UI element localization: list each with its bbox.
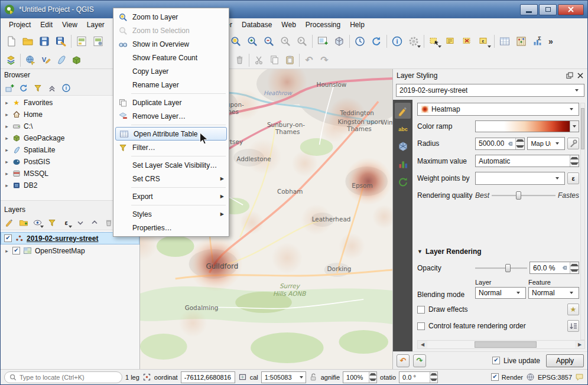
menu-project[interactable]: Project	[4, 19, 35, 31]
maximum-value-spinbox[interactable]: Automatic	[475, 155, 579, 167]
menu-item-open-attribute-table[interactable]: Open Attribute Table	[115, 127, 227, 141]
horizontal-scrollbar[interactable]: ◀ ▶	[417, 340, 585, 349]
expander-icon[interactable]: ▸	[4, 100, 9, 106]
clear-value-icon[interactable]	[506, 141, 514, 147]
browser-filter-button[interactable]	[31, 81, 44, 94]
menu-item-set-crs[interactable]: Set CRS ▶	[115, 172, 228, 185]
menu-help[interactable]: Help	[345, 19, 369, 31]
blend-layer-select[interactable]: Normal	[475, 287, 526, 299]
identify-features-button[interactable]: i	[389, 33, 405, 50]
manage-map-themes-button[interactable]	[31, 216, 44, 229]
new-spatialite-layer-button[interactable]	[53, 53, 69, 68]
locator-search[interactable]	[4, 371, 122, 383]
scrollbar-thumb[interactable]	[475, 341, 537, 348]
apply-button[interactable]: Apply	[546, 354, 584, 367]
control-rendering-order-checkbox[interactable]: ✔	[417, 322, 425, 330]
tab-3d-view[interactable]	[395, 138, 411, 154]
scroll-left-button[interactable]: ◀	[418, 341, 427, 348]
zoom-full-button[interactable]	[228, 33, 244, 50]
open-attribute-table-button[interactable]	[496, 33, 513, 50]
scrollbar-track[interactable]	[427, 341, 575, 348]
menu-item-filter[interactable]: Filter…	[115, 141, 228, 154]
quality-slider[interactable]	[492, 190, 555, 201]
deselect-features-button[interactable]	[459, 33, 476, 50]
vertical-scrollbar[interactable]	[580, 103, 585, 340]
extent-toggle-icon[interactable]	[238, 373, 247, 381]
layer-visibility-checkbox[interactable]: ✔	[4, 234, 12, 242]
expand-all-button[interactable]	[74, 216, 87, 229]
field-calculator-button[interactable]	[513, 33, 529, 50]
new-project-button[interactable]	[3, 33, 20, 50]
locator-input[interactable]	[20, 374, 117, 381]
draw-effects-checkbox[interactable]: ✔	[417, 306, 425, 314]
radius-spinbox[interactable]: 5000.00	[475, 138, 525, 150]
refresh-map-button[interactable]	[368, 33, 385, 50]
new-map-view-button[interactable]	[314, 33, 331, 50]
customize-effects-button[interactable]: ★	[567, 304, 579, 315]
layer-row-openstreetmap[interactable]: ▸ ✔ OpenStreetMap	[1, 244, 139, 257]
menu-item-zoom-to-selection[interactable]: Zoom to Selection	[115, 24, 228, 37]
menu-item-show-in-overview[interactable]: Show in Overview	[115, 37, 228, 51]
new-geopackage-layer-button[interactable]	[69, 53, 84, 68]
color-ramp-button[interactable]	[475, 120, 579, 132]
scale-select[interactable]: 1:505083	[261, 371, 306, 383]
temporal-controller-button[interactable]	[352, 33, 368, 50]
filter-by-expression-button[interactable]: ε	[60, 216, 73, 229]
scrollbar-thumb[interactable]	[581, 108, 584, 149]
menu-item-properties[interactable]: Properties…	[115, 221, 228, 234]
data-source-manager-button[interactable]	[3, 53, 18, 68]
expander-icon[interactable]: ▸	[4, 147, 9, 153]
expander-icon[interactable]: ▸	[4, 248, 9, 254]
copy-features-button[interactable]	[267, 53, 282, 68]
menu-item-duplicate-layer[interactable]: Duplicate Layer	[115, 96, 228, 109]
menu-item-zoom-to-layer[interactable]: Zoom to Layer	[115, 10, 228, 24]
radius-units-select[interactable]: Map Units	[527, 137, 565, 150]
menu-processing[interactable]: Processing	[301, 19, 345, 31]
spin-arrows[interactable]	[570, 155, 579, 167]
expander-icon[interactable]: ▸	[4, 171, 9, 177]
run-feature-action-button[interactable]	[405, 33, 422, 50]
opacity-slider[interactable]	[475, 263, 527, 273]
data-defined-override-button[interactable]	[567, 138, 579, 149]
zoom-next-button[interactable]	[294, 33, 310, 50]
maximize-button[interactable]	[539, 4, 557, 15]
redo-button[interactable]: ↷	[317, 53, 332, 68]
select-features-button[interactable]	[426, 33, 443, 50]
filter-legend-button[interactable]	[46, 216, 59, 229]
browser-properties-button[interactable]: i	[60, 81, 73, 94]
crs-status[interactable]: EPSG:3857	[538, 374, 572, 381]
open-layer-styling-button[interactable]	[3, 216, 16, 229]
statistical-summary-button[interactable]: Σ	[529, 33, 546, 50]
zoom-in-button[interactable]	[244, 33, 261, 50]
menu-item-styles[interactable]: Styles ▶	[115, 207, 228, 221]
menu-item-show-feature-count[interactable]: Show Feature Count	[115, 51, 228, 64]
new-print-layout-button[interactable]	[73, 33, 90, 50]
weight-expression-button[interactable]: ε	[567, 172, 579, 184]
menu-item-export[interactable]: Export ▶	[115, 190, 228, 203]
layer-rendering-section-header[interactable]: ▼ Layer Rendering	[417, 247, 579, 256]
expander-icon[interactable]: ▸	[4, 112, 9, 118]
layer-visibility-checkbox[interactable]: ✔	[12, 247, 20, 255]
tab-labels[interactable]: abc	[395, 120, 411, 136]
tab-history[interactable]	[395, 174, 411, 190]
toolbar-overflow-button[interactable]: »	[546, 33, 555, 50]
spin-arrows[interactable]	[515, 138, 524, 149]
spin-arrows[interactable]	[570, 262, 579, 273]
undock-panel-icon[interactable]	[566, 72, 573, 79]
scroll-right-button[interactable]: ▶	[575, 341, 584, 348]
blend-feature-select[interactable]: Normal	[528, 287, 579, 299]
menu-item-rename-layer[interactable]: Rename Layer	[115, 78, 228, 92]
menu-database[interactable]: Database	[237, 19, 277, 31]
menu-item-set-layer-scale-visibility[interactable]: Set Layer Scale Visibility…	[115, 158, 228, 172]
coordinate-extent-icon[interactable]	[142, 373, 151, 381]
messages-bubble-icon[interactable]	[575, 373, 584, 381]
undo-style-button[interactable]: ↶	[397, 354, 410, 367]
save-project-as-button[interactable]	[53, 33, 69, 50]
expander-icon[interactable]: ▸	[4, 135, 9, 141]
redo-style-button[interactable]: ↷	[413, 354, 426, 367]
lock-scale-icon[interactable]	[309, 373, 318, 381]
menu-item-copy-layer[interactable]: Copy Layer	[115, 64, 228, 78]
chevron-down-icon[interactable]	[570, 121, 579, 132]
save-project-button[interactable]	[36, 33, 53, 50]
minimize-button[interactable]	[520, 4, 538, 15]
